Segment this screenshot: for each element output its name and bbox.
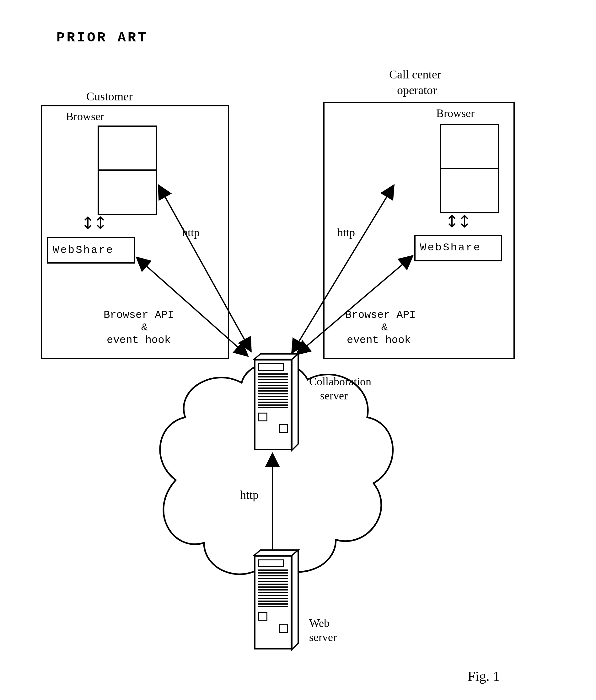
web-server-label2: server [309,631,337,644]
svg-marker-7 [292,550,298,649]
svg-marker-8 [254,550,298,555]
figure-label: Fig. 1 [468,668,500,684]
web-server-label1: Web [309,617,329,630]
